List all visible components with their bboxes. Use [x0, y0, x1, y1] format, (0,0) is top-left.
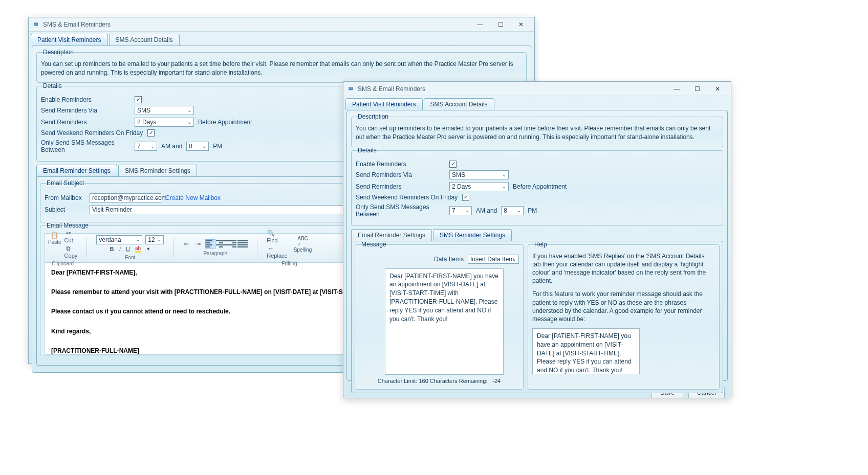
find-button[interactable]: 🔍 Find: [267, 229, 287, 243]
description-legend: Description: [41, 49, 76, 56]
send-via-select[interactable]: SMS: [135, 106, 194, 115]
email-message-legend: Email Message: [45, 222, 91, 229]
align-right-button[interactable]: [227, 239, 237, 248]
weekend-checkbox-2[interactable]: [462, 194, 469, 201]
font-size-select[interactable]: 12: [145, 235, 164, 244]
window-title: SMS & Email Reminders: [43, 21, 470, 28]
settings-subtabs-2: Email Reminder Settings SMS Reminder Set…: [351, 229, 723, 241]
paragraph-group-label: Paragraph: [203, 251, 227, 256]
details-legend: Details: [41, 82, 64, 89]
weekend-checkbox[interactable]: [147, 129, 155, 137]
before-appointment-label: Before Appointment: [198, 119, 252, 126]
underline-button[interactable]: U: [126, 246, 130, 252]
between-am-and: AM and: [161, 143, 182, 150]
close-button-2[interactable]: ✕: [707, 83, 728, 95]
char-limit-label: Character Limit: 160 Characters Remainin…: [378, 378, 488, 384]
minimize-button[interactable]: —: [470, 19, 490, 30]
between-pm-2: PM: [528, 207, 537, 214]
create-new-mailbox-link[interactable]: Create New Mailbox: [165, 194, 221, 201]
subtab-sms-reminder-settings-2[interactable]: SMS Reminder Settings: [433, 229, 512, 241]
spelling-icon[interactable]: ABC✓: [297, 236, 308, 247]
titlebar-2: ✉ SMS & Email Reminders — ☐ ✕: [343, 82, 731, 96]
between-to-select-2[interactable]: 8: [501, 206, 524, 215]
send-reminders-label: Send Reminders: [41, 119, 131, 126]
tab-sms-account-details-2[interactable]: SMS Account Details: [424, 98, 494, 110]
enable-reminders-label-2: Enable Reminders: [356, 161, 445, 168]
maximize-button-2[interactable]: ☐: [687, 83, 707, 95]
editing-group-label: Editing: [281, 261, 297, 266]
align-center-button[interactable]: [216, 239, 226, 248]
char-remaining-value: -24: [492, 378, 501, 384]
tab-patient-visit-reminders-2[interactable]: Patient Visit Reminders: [345, 98, 423, 110]
align-left-button[interactable]: [205, 239, 215, 248]
replace-button[interactable]: ↔ Replace: [267, 244, 287, 259]
email-subject-legend: Email Subject: [45, 179, 86, 187]
font-group-label: Font: [125, 255, 135, 260]
font-dropdown-icon[interactable]: ▼: [146, 246, 150, 252]
paste-icon[interactable]: 📋: [51, 231, 59, 239]
sms-message-textarea[interactable]: Dear [PATIENT-FIRST-NAME] you have an ap…: [385, 268, 504, 375]
maximize-button[interactable]: ☐: [490, 19, 511, 30]
align-justify-button[interactable]: [237, 239, 248, 248]
app-icon: ✉: [32, 20, 40, 29]
italic-button[interactable]: I: [119, 246, 121, 252]
subtab-email-reminder-settings[interactable]: Email Reminder Settings: [36, 165, 117, 176]
main-tabs-2: Patient Visit Reminders SMS Account Deta…: [343, 96, 731, 110]
before-appointment-label-2: Before Appointment: [513, 183, 567, 190]
minimize-button-2[interactable]: —: [666, 83, 687, 95]
between-am-and-2: AM and: [476, 207, 497, 214]
subject-label: Subject: [45, 206, 85, 213]
send-reminders-label-2: Send Reminders: [356, 183, 445, 190]
help-example-box: Dear [PATIENT-FIRST-NAME] you have an ap…: [532, 328, 640, 374]
bold-button[interactable]: B: [110, 246, 114, 252]
highlight-button[interactable]: ab: [135, 245, 141, 253]
sms-help-legend: Help: [532, 241, 549, 248]
send-via-select-2[interactable]: SMS: [449, 170, 509, 179]
tab-patient-visit-reminders[interactable]: Patient Visit Reminders: [31, 34, 108, 46]
subtab-email-reminder-settings-2[interactable]: Email Reminder Settings: [351, 229, 432, 241]
window-title-2: SMS & Email Reminders: [358, 85, 666, 93]
outdent-icon[interactable]: ⇤: [183, 240, 191, 248]
find-icon: 🔍: [267, 229, 275, 237]
cut-button[interactable]: ✂ Cut: [64, 229, 78, 243]
paste-label: Paste: [48, 239, 61, 245]
weekend-label: Send Weekend Reminders On Friday: [41, 129, 143, 137]
window-sms-settings: ✉ SMS & Email Reminders — ☐ ✕ Patient Vi…: [343, 81, 731, 398]
data-items-label: Data Items: [434, 256, 464, 263]
close-button[interactable]: ✕: [511, 19, 531, 30]
copy-icon: ⧉: [64, 244, 73, 253]
details-fieldset-2: Details Enable Reminders Send Reminders …: [351, 150, 723, 226]
send-via-label-2: Send Reminders Via: [356, 171, 445, 178]
enable-reminders-checkbox-2[interactable]: [449, 161, 457, 168]
indent-icon[interactable]: ⇥: [194, 240, 202, 248]
main-tabs: Patient Visit Reminders SMS Account Deta…: [29, 32, 534, 46]
subtab-sms-reminder-settings[interactable]: SMS Reminder Settings: [118, 165, 197, 176]
sms-message-legend: Message: [359, 241, 388, 248]
between-from-select-2[interactable]: 7: [449, 206, 472, 215]
between-to-select[interactable]: 8: [186, 142, 209, 151]
sms-help-fieldset: Help If you have enabled 'SMS Replies' o…: [528, 244, 720, 390]
tab-sms-account-details[interactable]: SMS Account Details: [109, 34, 180, 46]
copy-button[interactable]: ⧉ Copy: [64, 244, 78, 259]
description-legend-2: Description: [356, 113, 390, 120]
details-legend-2: Details: [356, 147, 379, 154]
send-reminders-select[interactable]: 2 Days: [135, 118, 194, 127]
sms-message-fieldset: Message Data Items Insert Data Item Dear…: [355, 244, 524, 390]
between-from-select[interactable]: 7: [135, 142, 157, 151]
send-reminders-select-2[interactable]: 2 Days: [449, 182, 509, 191]
clipboard-group: 📋 Paste ✂ Cut ⧉ Copy Clipboard: [48, 229, 77, 266]
editing-group: 🔍 Find ↔ Replace ABC✓ Spelling Editing: [267, 229, 312, 266]
app-icon-2: ✉: [346, 85, 355, 93]
send-via-label: Send Reminders Via: [41, 107, 131, 114]
enable-reminders-checkbox[interactable]: [135, 96, 142, 103]
help-p2: For this feature to work your reminder m…: [532, 290, 715, 323]
font-name-select[interactable]: verdana: [96, 235, 142, 244]
data-items-select[interactable]: Insert Data Item: [468, 255, 519, 264]
from-mailbox-select[interactable]: reception@mypractice.com: [90, 193, 161, 202]
sms-settings-panel: Message Data Items Insert Data Item Dear…: [351, 241, 723, 393]
weekend-label-2: Send Weekend Reminders On Friday: [356, 194, 458, 201]
enable-reminders-label: Enable Reminders: [41, 96, 131, 103]
from-mailbox-label: From Mailbox: [45, 194, 85, 201]
help-p1: If you have enabled 'SMS Replies' on the…: [532, 252, 715, 285]
font-group: verdana 12 B I U ab ▼ Font: [96, 235, 164, 260]
